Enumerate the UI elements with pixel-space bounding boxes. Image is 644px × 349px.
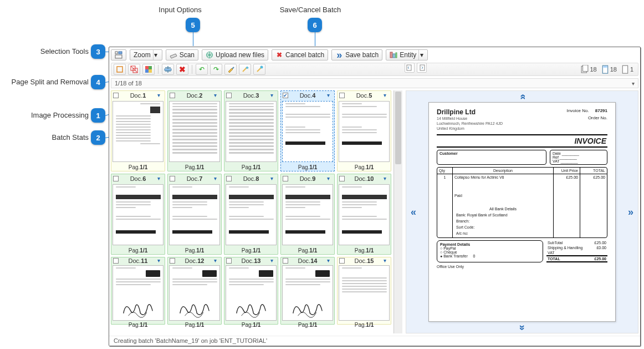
doc-menu-button[interactable]: ▾ — [214, 258, 219, 264]
preview-nav-right[interactable]: » — [623, 91, 638, 333]
doc-card-4[interactable]: Doc.4▾Pag.1/1 — [280, 90, 335, 171]
doc-thumbnail[interactable] — [113, 101, 163, 162]
doc-thumbnail[interactable] — [113, 265, 163, 321]
doc-checkbox[interactable] — [113, 176, 119, 181]
doc-thumbnail[interactable] — [339, 184, 390, 245]
doc-card-header: Doc.11▾ — [111, 257, 165, 264]
entity-button[interactable]: Entity ▾ — [386, 49, 428, 60]
doc-card-header: Doc.2▾ — [168, 91, 221, 100]
doc-checkbox[interactable] — [283, 258, 288, 264]
doc-thumbnail[interactable] — [226, 265, 277, 321]
doc-thumbnail[interactable] — [339, 101, 390, 162]
rotate-left-button[interactable]: ↶ — [196, 64, 208, 75]
doc-card-3[interactable]: Doc.3▾Pag.1/1 — [224, 90, 278, 171]
enhance-button[interactable] — [239, 64, 251, 75]
doc-menu-button[interactable]: ▾ — [270, 93, 276, 98]
doc-thumbnail[interactable] — [113, 184, 163, 245]
doc-checkbox[interactable] — [113, 93, 119, 98]
rotate-right-button[interactable]: ↷ — [210, 64, 222, 75]
callout-num-6: 6 — [308, 18, 322, 32]
doc-menu-button[interactable]: ▾ — [384, 93, 389, 98]
doc-checkbox[interactable] — [113, 258, 119, 264]
doc-checkbox[interactable] — [283, 176, 288, 181]
select-all-button[interactable] — [142, 64, 155, 75]
position-dropdown[interactable]: 1/18 of 18 ▾ — [111, 78, 638, 88]
select-doc-button[interactable] — [128, 64, 140, 75]
doc-checkbox[interactable] — [170, 93, 175, 98]
invoice-date-label: Date — [553, 151, 561, 155]
split-page-button[interactable] — [162, 64, 174, 75]
select-page-button[interactable] — [114, 64, 126, 75]
doc-checkbox[interactable] — [170, 258, 175, 264]
preview-nav-down[interactable]: » — [406, 322, 638, 333]
upload-button[interactable]: Upload new files — [202, 49, 268, 60]
zoom-button[interactable]: Zoom ▾ — [130, 49, 162, 60]
doc-card-13[interactable]: Doc.13▾Pag.1/1 — [224, 257, 278, 325]
doc-page-indicator: Pag.1/1 — [281, 163, 334, 171]
bank-header: All Bank Details — [454, 206, 551, 212]
delete-page-button[interactable]: ✖ — [176, 64, 188, 75]
doc-page-indicator: Pag.1/1 — [281, 246, 334, 254]
doc-menu-button[interactable]: ▾ — [214, 93, 219, 98]
doc-card-11[interactable]: Doc.11▾Pag.1/1 — [111, 257, 165, 325]
preview-nav-left[interactable]: » — [406, 91, 421, 333]
doc-checkbox[interactable] — [226, 176, 232, 181]
doc-menu-button[interactable]: ▾ — [214, 176, 219, 181]
doc-thumbnail[interactable] — [282, 265, 333, 321]
doc-checkbox[interactable] — [226, 258, 232, 264]
doc-card-7[interactable]: Doc.7▾Pag.1/1 — [167, 174, 222, 255]
doc-card-14[interactable]: Doc.14▾Pag.1/1 — [280, 257, 335, 325]
doc-menu-button[interactable]: ▾ — [327, 176, 333, 181]
doc-menu-button[interactable]: ▾ — [157, 93, 163, 98]
filter-blue-button[interactable] — [253, 64, 265, 75]
cancel-batch-button[interactable]: ✖ Cancel batch — [272, 49, 328, 60]
save-batch-button[interactable]: » Save batch — [331, 49, 382, 60]
selection-mode-button[interactable] — [111, 49, 126, 60]
doc-name: Doc.12 — [177, 257, 212, 264]
scan-button[interactable]: Scan — [166, 49, 198, 60]
preview-page-prev-button[interactable] — [405, 63, 415, 73]
doc-menu-button[interactable]: ▾ — [157, 176, 163, 181]
doc-checkbox[interactable] — [339, 258, 345, 264]
grid-scrollbar[interactable] — [393, 90, 402, 333]
doc-thumbnail[interactable] — [282, 101, 333, 162]
doc-thumbnail[interactable] — [339, 265, 390, 321]
doc-card-12[interactable]: Doc.12▾Pag.1/1 — [167, 257, 222, 325]
doc-card-9[interactable]: Doc.9▾Pag.1/1 — [280, 174, 335, 255]
doc-menu-button[interactable]: ▾ — [384, 176, 389, 181]
doc-menu-button[interactable]: ▾ — [270, 176, 276, 181]
doc-menu-button[interactable]: ▾ — [327, 258, 333, 264]
doc-thumbnail[interactable] — [282, 184, 333, 245]
doc-thumbnail[interactable] — [226, 101, 277, 162]
doc-card-10[interactable]: Doc.10▾Pag.1/1 — [337, 174, 391, 255]
doc-thumbnail[interactable] — [226, 184, 277, 245]
doc-checkbox[interactable] — [226, 93, 232, 98]
doc-name: Doc.11 — [120, 257, 156, 264]
doc-menu-button[interactable]: ▾ — [384, 258, 389, 264]
svg-rect-25 — [407, 65, 411, 70]
doc-thumbnail[interactable] — [169, 265, 220, 321]
doc-card-5[interactable]: Doc.5▾Pag.1/1 — [337, 90, 391, 171]
doc-card-15[interactable]: Doc.15▾Pag.1/1 — [337, 257, 391, 325]
doc-menu-button[interactable]: ▾ — [327, 93, 333, 98]
doc-thumbnail[interactable] — [169, 184, 220, 245]
clean-button[interactable] — [224, 64, 237, 75]
doc-menu-button[interactable]: ▾ — [270, 258, 276, 264]
doc-card-header: Doc.1▾ — [111, 91, 165, 100]
doc-card-1[interactable]: Doc.1▾Pag.1/1 — [111, 90, 165, 171]
doc-checkbox[interactable] — [339, 93, 345, 98]
doc-menu-button[interactable]: ▾ — [157, 258, 163, 264]
doc-checkbox[interactable] — [339, 176, 345, 181]
doc-checkbox[interactable] — [283, 93, 288, 98]
doc-card-6[interactable]: Doc.6▾Pag.1/1 — [111, 174, 165, 255]
doc-checkbox[interactable] — [170, 176, 175, 181]
invoice-ref-label: Ref — [553, 155, 559, 159]
callout-num-1: 1 — [91, 108, 105, 123]
doc-thumbnail[interactable] — [169, 101, 220, 162]
preview-nav-up[interactable]: » — [406, 91, 638, 102]
doc-name: Doc.1 — [120, 92, 156, 99]
doc-card-8[interactable]: Doc.8▾Pag.1/1 — [224, 174, 278, 255]
doc-card-2[interactable]: Doc.2▾Pag.1/1 — [167, 90, 222, 171]
doc-card-header: Doc.9▾ — [281, 174, 334, 183]
preview-page-next-button[interactable] — [417, 63, 427, 73]
